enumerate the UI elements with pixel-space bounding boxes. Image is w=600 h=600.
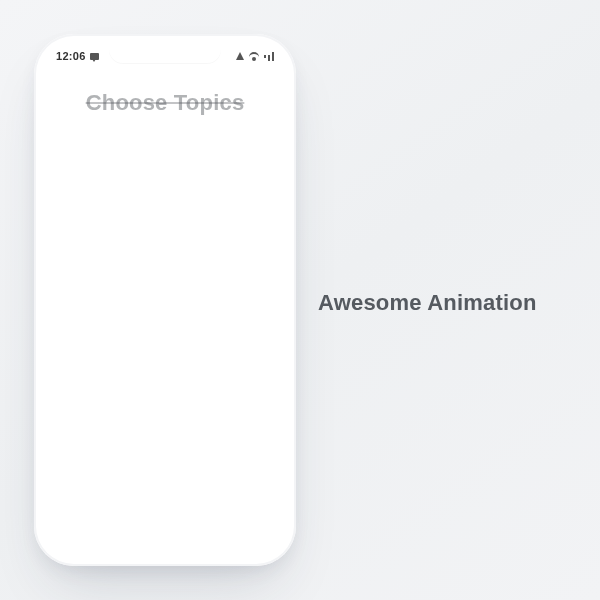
app-content-area[interactable]: Choose Topics — [42, 70, 288, 116]
chat-bubble-icon — [90, 53, 99, 60]
cellular-signal-icon — [264, 52, 274, 61]
status-bar: 12:06 — [42, 42, 288, 70]
wifi-icon — [249, 52, 259, 60]
phone-screen: 12:06 Choose Topics — [42, 42, 288, 558]
promo-caption: Awesome Animation — [318, 290, 537, 316]
alert-triangle-icon — [236, 52, 244, 60]
status-clock: 12:06 — [56, 50, 86, 62]
device-notch — [109, 42, 221, 64]
phone-device-frame: 12:06 Choose Topics — [34, 34, 296, 566]
screen-heading: Choose Topics — [42, 90, 288, 116]
status-bar-right — [236, 52, 274, 61]
status-bar-left: 12:06 — [56, 50, 99, 62]
